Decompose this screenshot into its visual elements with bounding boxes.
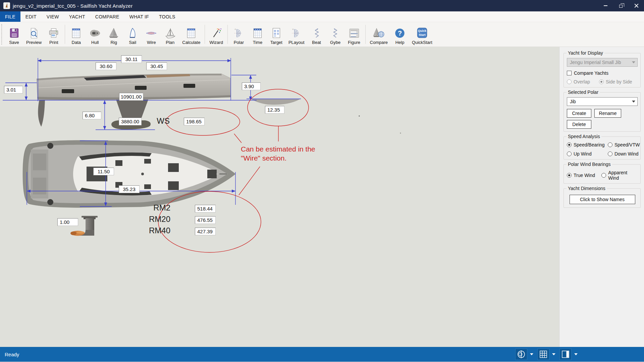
toolbar-button-polar[interactable]: Polar: [229, 22, 248, 47]
toolbar-button-compare[interactable]: Compare: [367, 22, 390, 47]
dimension-box-rm20[interactable]: 476.55: [195, 216, 216, 224]
rm40-label: RM40: [149, 227, 170, 235]
down-wind-label: Down Wind: [614, 151, 639, 157]
dimension-box-freeboard-bow[interactable]: 3.90: [242, 82, 261, 90]
svg-text:Quick: Quick: [418, 29, 427, 33]
toolbar-button-save[interactable]: Save: [5, 22, 23, 47]
radio-icon: [567, 79, 572, 84]
show-names-button[interactable]: Click to Show Names: [570, 195, 635, 204]
compare-yachts-label: Compare Yachts: [574, 70, 608, 76]
dimension-box-fore[interactable]: 30.60: [96, 62, 116, 70]
rm2-label: RM2: [153, 204, 170, 212]
close-button[interactable]: [629, 0, 644, 11]
toolbar-button-beat[interactable]: Beat: [307, 22, 326, 47]
svg-text:Start: Start: [419, 33, 426, 37]
menu-item-file[interactable]: FILE: [0, 11, 20, 22]
dimension-box-deck-length[interactable]: 35.23: [119, 185, 140, 193]
checkbox-icon: [567, 71, 572, 75]
dimension-box-rudder[interactable]: 1.00: [57, 218, 78, 226]
toolbar-button-wire[interactable]: Wire: [142, 22, 161, 47]
create-button[interactable]: Create: [567, 109, 591, 118]
dimension-box-beam[interactable]: 11.50: [93, 168, 114, 175]
yacht-select-value: Jengu Imperial Small Jib: [570, 60, 631, 65]
toolbar-grip[interactable]: [1, 24, 4, 45]
dimension-box-rm2[interactable]: 518.44: [195, 205, 216, 213]
dimension-box-draft[interactable]: 6.80: [83, 112, 101, 119]
layout-display-button[interactable]: [559, 349, 572, 360]
toolbar-button-figure[interactable]: Figure: [345, 22, 364, 47]
grid-display-caret-icon[interactable]: [552, 353, 555, 355]
dimension-box-loa[interactable]: 30.11: [121, 55, 142, 63]
toolbar-button-playout[interactable]: PLayout: [286, 22, 307, 47]
toolbar-button-data[interactable]: Data: [67, 22, 86, 47]
toolbar-button-label: Compare: [370, 40, 388, 45]
menu-item-tools[interactable]: TOOLS: [154, 11, 180, 22]
wizard-icon: [210, 27, 223, 40]
toolbar-button-target[interactable]: Target: [267, 22, 286, 47]
menu-item-view[interactable]: VIEW: [42, 11, 64, 22]
up-wind-radio[interactable]: Up Wind: [567, 151, 608, 157]
toolbar-button-quickstart[interactable]: QuickStartQuickStart: [409, 22, 435, 47]
restore-button[interactable]: [613, 0, 629, 11]
true-wind-radio[interactable]: True Wind: [567, 170, 601, 181]
toolbar-button-gybe[interactable]: Gybe: [326, 22, 345, 47]
toolbar-button-preview[interactable]: Preview: [23, 22, 44, 47]
toolbar-button-help[interactable]: ?Help: [390, 22, 409, 47]
toolbar-button-label: Target: [270, 40, 282, 45]
radio-icon: [567, 142, 572, 147]
grid-display-icon: [539, 350, 548, 359]
group-polar-wind-bearings: Polar Wind Bearings True Wind Apparent W…: [564, 164, 641, 184]
annotation-line-1: Can be estimated in the: [241, 145, 345, 154]
toolbar-button-wizard[interactable]: Wizard: [207, 22, 225, 47]
layout-display-caret-icon[interactable]: [574, 353, 578, 355]
dimension-box-freeboard-stern[interactable]: 3.01: [4, 86, 23, 94]
speed-vtw-radio[interactable]: Speed/VTW: [608, 142, 640, 147]
apparent-wind-label: Apparent Wind: [608, 170, 638, 181]
menu-item-what-if[interactable]: WHAT IF: [124, 11, 154, 22]
dimension-box-displacement[interactable]: 10901.00: [119, 93, 143, 101]
dimension-box-ws[interactable]: 198.65: [184, 118, 205, 125]
toolbar-button-time[interactable]: Time: [248, 22, 267, 47]
polar-display-button[interactable]: [515, 349, 527, 360]
toolbar-separator: [365, 25, 366, 44]
quickstart-icon: QuickStart: [415, 27, 429, 40]
dimension-box-ballast[interactable]: 3880.00: [119, 118, 142, 125]
minimize-button[interactable]: [598, 0, 613, 11]
rm20-label: RM20: [149, 215, 170, 223]
dimension-box-keel-span[interactable]: 12.35: [265, 106, 284, 114]
toolbar-button-label: Polar: [234, 40, 244, 45]
overlap-radio[interactable]: Overlap: [567, 79, 599, 84]
toolbar-button-plan[interactable]: Plan: [161, 22, 179, 47]
polar-icon: [232, 27, 246, 40]
grid-display-button[interactable]: [537, 349, 549, 360]
dimension-box-rm40[interactable]: 427.39: [195, 228, 216, 235]
keel-section-view: [252, 99, 300, 105]
toolbar-button-print[interactable]: Print: [44, 22, 63, 47]
menu-item-yacht[interactable]: YACHT: [64, 11, 90, 22]
rename-button[interactable]: Rename: [594, 109, 621, 118]
toolbar-button-sail[interactable]: Sail: [123, 22, 142, 47]
toolbar-button-calculate[interactable]: Calculate: [179, 22, 203, 47]
down-wind-radio[interactable]: Down Wind: [608, 151, 640, 157]
toolbar-separator: [205, 25, 205, 44]
polar-select-value: Jib: [570, 99, 631, 104]
menu-item-edit[interactable]: EDIT: [20, 11, 42, 22]
apparent-wind-radio[interactable]: Apparent Wind: [601, 170, 638, 181]
side-by-side-radio[interactable]: Side by Side: [599, 79, 632, 84]
polar-select[interactable]: Jib: [567, 97, 638, 106]
toolbar-button-label: Time: [253, 40, 262, 45]
dimension-box-aft[interactable]: 30.45: [146, 62, 167, 70]
menu-item-compare[interactable]: COMPARE: [90, 11, 124, 22]
rig-icon: [107, 27, 120, 40]
figure-icon: [347, 27, 361, 40]
delete-button[interactable]: Delete: [567, 120, 591, 129]
restore-icon: [619, 5, 623, 8]
compare-yachts-checkbox[interactable]: Compare Yachts: [567, 70, 638, 76]
toolbar-button-label: Beat: [312, 40, 321, 45]
polar-display-caret-icon[interactable]: [530, 353, 533, 355]
toolbar-button-hull[interactable]: Hull: [86, 22, 104, 47]
yacht-select[interactable]: Jengu Imperial Small Jib: [567, 58, 638, 67]
toolbar-button-rig[interactable]: Rig: [104, 22, 123, 47]
speed-bearing-radio[interactable]: Speed/Bearing: [567, 142, 608, 147]
status-text: Ready: [5, 352, 515, 357]
